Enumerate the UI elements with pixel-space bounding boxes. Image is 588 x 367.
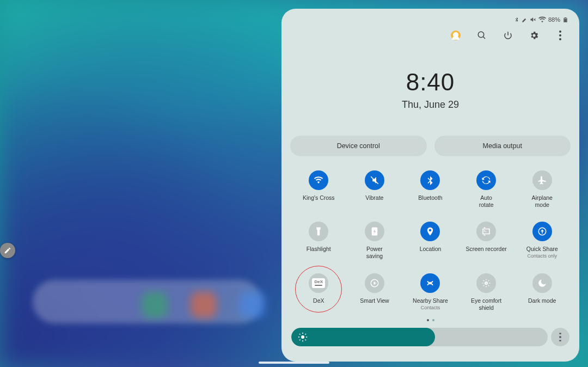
bluetooth-mini-icon (514, 17, 519, 22)
airplane-icon (537, 175, 547, 185)
svg-text:A: A (486, 282, 487, 284)
settings-button[interactable] (528, 29, 540, 41)
flashlight-icon (314, 227, 323, 236)
tile-flashlight[interactable]: Flashlight (293, 222, 344, 260)
user-button[interactable] (450, 29, 462, 41)
dock-icons (142, 292, 266, 318)
wifi-mini-icon (538, 16, 546, 23)
tile-sublabel: Contacts (421, 305, 440, 310)
pager[interactable] (290, 319, 571, 321)
tile-eyecomfort[interactable]: AEye comfortshield (461, 273, 512, 311)
svg-line-14 (483, 285, 485, 286)
autorotate-icon (481, 175, 491, 185)
clock: 8:40 Thu, June 29 (290, 69, 571, 111)
battery-percent: 88% (548, 16, 560, 23)
pen-mini-icon (522, 17, 528, 23)
tile-location[interactable]: Location (405, 222, 456, 260)
svg-point-17 (301, 335, 304, 339)
location-icon (425, 227, 435, 236)
tile-sublabel: Contacts only (527, 253, 557, 259)
tile-label: Smart View (360, 297, 389, 304)
tile-label: Vibrate (365, 194, 383, 201)
clock-time: 8:40 (290, 69, 571, 96)
svg-line-13 (488, 285, 489, 286)
eyecomfort-icon: A (481, 278, 491, 288)
battery-mini-icon (562, 17, 568, 23)
svg-line-3 (371, 176, 378, 184)
tile-autorotate[interactable]: Autorotate (461, 170, 512, 209)
more-button[interactable] (554, 29, 566, 41)
dex-icon: DeX (312, 278, 325, 288)
tile-label: Bluetooth (418, 194, 442, 201)
panel-actions (290, 24, 571, 45)
vibrate-icon (370, 175, 379, 185)
tile-label: Autorotate (479, 194, 494, 209)
tile-airplane[interactable]: Airplanemode (517, 170, 567, 209)
search-icon (477, 30, 487, 40)
status-bar: 88% (290, 15, 571, 24)
tile-label: Dark mode (528, 297, 556, 304)
sun-icon (298, 332, 308, 342)
tile-dex[interactable]: DeXDeX (293, 273, 344, 311)
tile-label: Eye comfortshield (471, 297, 501, 311)
svg-line-15 (488, 280, 489, 281)
page-dot (427, 319, 429, 321)
tile-quickshare[interactable]: Quick ShareContacts only (517, 222, 567, 260)
power-button[interactable] (502, 29, 514, 41)
tile-screenrec[interactable]: Screen recorder (461, 222, 512, 260)
powersaving-icon (370, 227, 379, 236)
tile-label: DeX (313, 297, 324, 304)
tile-powersaving[interactable]: Powersaving (350, 222, 400, 260)
device-control-button[interactable]: Device control (290, 136, 427, 156)
tile-nearbyshare[interactable]: Nearby ShareContacts (405, 273, 456, 311)
svg-line-12 (483, 280, 485, 281)
svg-point-1 (478, 32, 484, 38)
svg-line-2 (483, 36, 485, 39)
brightness-more-button[interactable] (551, 328, 569, 346)
search-button[interactable] (476, 29, 488, 41)
page-dot (432, 319, 434, 321)
tile-smartview[interactable]: Smart View (350, 273, 400, 311)
wifi-icon (314, 175, 323, 185)
tile-vibrate[interactable]: Vibrate (350, 170, 400, 209)
tile-label: Flashlight (307, 246, 331, 253)
gear-icon (529, 30, 539, 40)
more-icon (559, 30, 561, 40)
quick-settings-panel: 88% 8:40 Thu, June 29 Device control Med… (281, 9, 579, 362)
screenrec-icon (481, 227, 491, 236)
bluetooth-icon (425, 175, 435, 185)
tile-darkmode[interactable]: Dark mode (517, 273, 567, 311)
media-output-button[interactable]: Media output (434, 136, 571, 156)
brightness-slider[interactable] (291, 328, 548, 346)
edit-fab[interactable] (0, 243, 15, 258)
smartview-icon (370, 278, 379, 288)
tile-label: Airplanemode (531, 194, 553, 209)
nearbyshare-icon (425, 278, 435, 288)
tile-label: Location (420, 246, 442, 253)
svg-rect-0 (564, 19, 567, 22)
tile-label: Quick Share (526, 246, 558, 253)
tile-label: King's Cross (303, 194, 335, 201)
tile-label: Nearby Share (413, 297, 448, 304)
quick-tiles-grid: King's CrossVibrateBluetoothAutorotateAi… (290, 170, 571, 311)
tile-label: Powersaving (366, 246, 383, 260)
svg-line-22 (299, 334, 301, 335)
tile-bluetooth[interactable]: Bluetooth (405, 170, 456, 209)
mute-mini-icon (530, 16, 536, 23)
svg-line-23 (305, 339, 307, 340)
quickshare-icon (537, 227, 547, 236)
svg-line-25 (305, 334, 307, 335)
svg-line-24 (299, 339, 301, 340)
nav-handle[interactable] (259, 362, 329, 364)
tile-label: Screen recorder (465, 246, 506, 253)
power-icon (503, 30, 513, 40)
darkmode-icon (537, 278, 547, 288)
clock-date: Thu, June 29 (290, 99, 571, 111)
tile-wifi[interactable]: King's Cross (293, 170, 344, 209)
user-icon (451, 30, 461, 40)
